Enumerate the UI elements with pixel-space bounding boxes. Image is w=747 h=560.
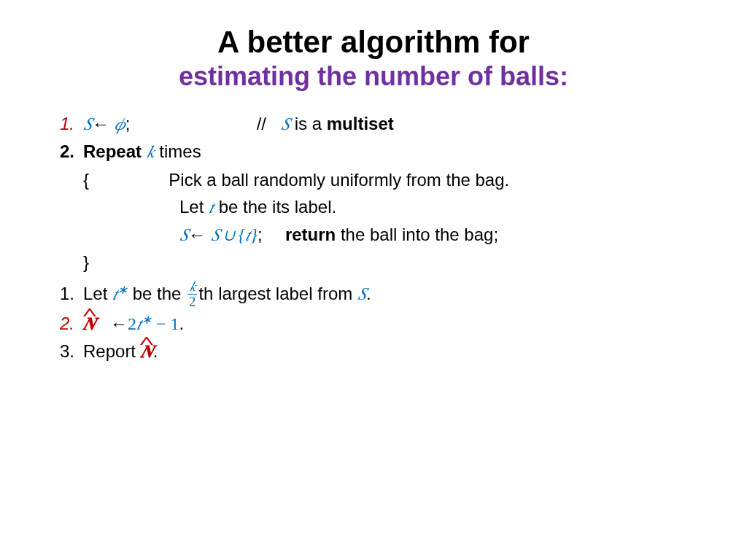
text-report: Report <box>83 341 141 361</box>
step-2: 2. Repeat 𝑘 times <box>44 138 703 166</box>
step-content: Report 𝑵. <box>83 338 703 365</box>
expr-minus-1: − 1 <box>152 314 179 333</box>
step-content: 𝑆← 𝜙; // 𝑆 is a multiset <box>83 110 703 138</box>
semicolon: ; <box>258 225 263 244</box>
step-number: 3. <box>44 338 83 365</box>
step-1: 1. 𝑆← 𝜙; // 𝑆 is a multiset <box>44 110 703 138</box>
title-line-1: A better algorithm for <box>44 25 703 60</box>
text-times: times <box>155 141 201 161</box>
var-N-hat: 𝑵 <box>83 311 96 338</box>
step-2-brace-close: } <box>44 249 703 276</box>
text-multiset: multiset <box>327 114 394 133</box>
text-return-kw: return <box>285 225 336 244</box>
step-number: 1. <box>44 280 83 307</box>
var-phi: 𝜙 <box>115 114 125 133</box>
dot: . <box>366 284 371 303</box>
var-t: 𝑡 <box>209 198 214 217</box>
var-S: 𝑆 <box>357 284 366 303</box>
text-pick: Pick a ball randomly uniformly from the … <box>169 170 509 190</box>
step-5: 3. Report 𝑵. <box>44 338 703 365</box>
step-content: 𝑆← 𝑆 ∪ {𝑡}; return the ball into the bag… <box>83 221 703 249</box>
text-let: Let <box>179 197 209 217</box>
step-content: Repeat 𝑘 times <box>83 138 703 166</box>
slide-title: A better algorithm for estimating the nu… <box>44 25 703 93</box>
step-2-let: Let 𝑡 be the its label. <box>44 193 703 221</box>
step-content: { Pick a ball randomly uniformly from th… <box>83 166 703 193</box>
text-return-rest: the ball into the bag; <box>336 225 498 244</box>
step-number: 2. <box>44 310 83 337</box>
algorithm-body: 1. 𝑆← 𝜙; // 𝑆 is a multiset 2. Repeat 𝑘 … <box>44 110 703 365</box>
var-S: 𝑆 <box>179 225 188 244</box>
dot: . <box>179 314 185 333</box>
const-2: 2 <box>128 314 136 333</box>
lbrace: { <box>83 170 89 190</box>
var-k: 𝑘 <box>147 142 155 161</box>
text-be-label: be the its label. <box>214 197 336 217</box>
expr-union: 𝑆 ∪ {𝑡} <box>211 225 258 244</box>
step-content: } <box>83 249 703 276</box>
var-S-2: 𝑆 <box>281 114 290 133</box>
text-repeat: Repeat <box>83 141 147 161</box>
comment-slashes: // <box>257 114 266 133</box>
step-2-brace-open: { Pick a ball randomly uniformly from th… <box>44 166 703 193</box>
var-N-hat: 𝑵 <box>141 338 153 365</box>
arrow: ← <box>92 114 109 133</box>
step-content: Let 𝑡 be the its label. <box>83 193 703 221</box>
text-th-largest: th largest label from <box>198 284 357 303</box>
semicolon: ; <box>125 114 131 133</box>
arrow: ← <box>188 225 206 244</box>
step-2-assign: 𝑆← 𝑆 ∪ {𝑡}; return the ball into the bag… <box>44 221 703 249</box>
step-content: 𝑵 ←2𝑡∗ − 1. <box>83 310 703 338</box>
text-is-a: is a <box>290 114 327 133</box>
text-be-the: be the <box>128 284 186 303</box>
fraction-k-over-2: 𝑘2 <box>187 279 197 308</box>
arrow: ← <box>110 314 128 333</box>
step-3: 1. Let 𝑡∗ be the 𝑘2th largest label from… <box>44 280 703 310</box>
step-number: 2. <box>44 138 83 165</box>
rbrace: } <box>83 252 89 272</box>
step-content: Let 𝑡∗ be the 𝑘2th largest label from 𝑆. <box>83 280 703 310</box>
var-t-star: 𝑡∗ <box>112 284 128 303</box>
var-S: 𝑆 <box>83 114 92 133</box>
title-line-2: estimating the number of balls: <box>44 60 703 93</box>
step-number: 1. <box>44 110 83 137</box>
